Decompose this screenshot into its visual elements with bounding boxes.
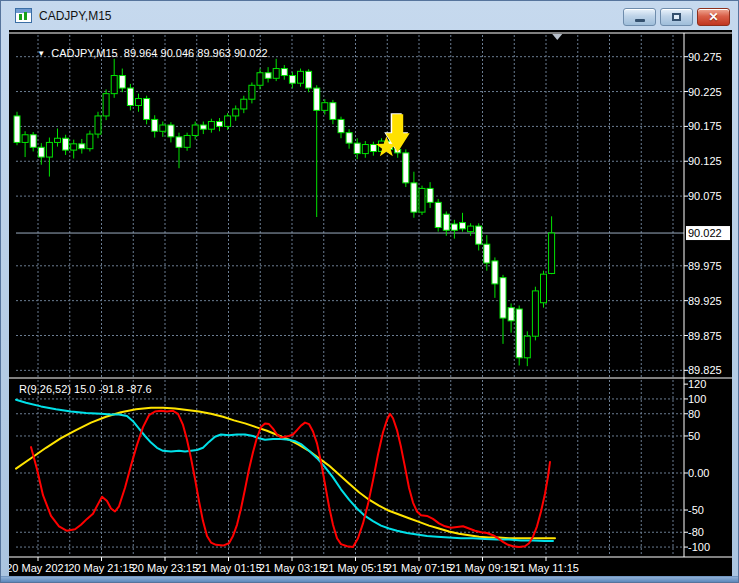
header-low: 89.963 — [197, 47, 231, 59]
candle — [144, 96, 150, 125]
candle — [468, 223, 474, 236]
time-axis-label: 21 May 07:15 — [386, 562, 453, 574]
candle — [241, 96, 247, 113]
price-axis-label: 90.075 — [688, 190, 722, 202]
panel-axis-label: 100 — [688, 393, 706, 405]
candle — [152, 115, 158, 137]
candle — [427, 182, 433, 208]
panel-axis-label: 80 — [688, 408, 700, 420]
panel-axis-label: -100 — [688, 541, 710, 553]
candle — [516, 306, 522, 366]
candle — [257, 69, 263, 90]
candle — [298, 69, 304, 87]
time-axis-label: 21 May 09:15 — [449, 562, 516, 574]
candle — [289, 72, 295, 88]
candle — [508, 303, 514, 332]
candle — [460, 213, 466, 232]
window-title: CADJPY,M15 — [39, 9, 111, 23]
candle — [14, 112, 20, 145]
candle — [192, 122, 198, 140]
restore-button[interactable] — [660, 8, 693, 26]
candle — [249, 82, 255, 103]
candle — [451, 220, 457, 239]
candle — [55, 128, 61, 146]
candle — [443, 211, 449, 235]
candle — [63, 135, 69, 155]
candle — [87, 131, 93, 152]
price-axis-label: 89.875 — [688, 330, 722, 342]
time-axis-label: 21 May 05:15 — [322, 562, 389, 574]
candle — [346, 129, 352, 149]
candle — [314, 85, 320, 217]
header-high: 90.046 — [161, 47, 195, 59]
candle — [30, 132, 36, 152]
candle — [532, 287, 538, 341]
price-axis-label: 89.975 — [688, 260, 722, 272]
candle — [419, 186, 425, 215]
header-symbol: CADJPY,M15 — [51, 47, 117, 59]
panel-axis-label: 120 — [688, 378, 706, 390]
close-button[interactable]: ✕ — [697, 8, 730, 26]
chart-canvas[interactable]: 90.27590.22590.17590.12590.07589.97589.9… — [9, 30, 732, 576]
candle — [208, 119, 214, 133]
chart-window-icon — [15, 8, 32, 23]
symbol-dropdown-icon[interactable]: ▼ — [37, 49, 45, 58]
time-axis-label: 20 May 23:15 — [132, 562, 199, 574]
candle — [176, 133, 182, 169]
time-axis-label: 21 May 01:15 — [195, 562, 262, 574]
candle — [168, 122, 174, 142]
indicator-line-red — [31, 411, 550, 547]
time-axis-label: 20 May 2021 — [9, 562, 70, 574]
candle — [79, 139, 85, 154]
candle — [362, 141, 368, 158]
bar-shift-marker-icon[interactable] — [552, 34, 562, 40]
candle — [403, 149, 409, 187]
price-axis-label: 90.125 — [688, 155, 722, 167]
panel-axis-label: 0.00 — [688, 467, 709, 479]
candle — [549, 216, 555, 274]
candle — [217, 118, 223, 131]
candle — [38, 143, 44, 165]
time-axis-label: 21 May 11:15 — [513, 562, 579, 574]
candle — [95, 112, 101, 138]
candle — [71, 140, 77, 159]
candle — [524, 331, 530, 366]
candle — [119, 69, 125, 93]
candle — [306, 69, 312, 92]
candle — [370, 142, 376, 156]
minimize-icon — [635, 19, 645, 22]
candle — [281, 65, 287, 80]
panel-axis-label: 50 — [688, 430, 700, 442]
chart-client-area[interactable]: 90.27590.22590.17590.12590.07589.97589.9… — [9, 30, 732, 576]
candle — [233, 105, 239, 120]
candle — [411, 172, 417, 218]
time-axis-label: 21 May 03:15 — [259, 562, 326, 574]
candle — [492, 257, 498, 297]
chart-ohlc-header: ▼CADJPY,M15 89.964 90.046 89.963 90.022 — [19, 35, 268, 71]
price-axis-label: 89.925 — [688, 295, 722, 307]
title-bar[interactable]: CADJPY,M15 ✕ — [1, 1, 738, 30]
candle — [435, 199, 441, 232]
close-icon: ✕ — [708, 11, 718, 23]
mt4-chart-window: CADJPY,M15 ✕ 90.27590.22590.17590.12590.… — [0, 0, 739, 583]
candle — [322, 99, 328, 114]
candle — [225, 113, 231, 130]
panel-axis-label: -80 — [688, 526, 704, 538]
price-axis-label: 90.275 — [688, 51, 722, 63]
candle — [46, 138, 52, 177]
time-axis-label: 20 May 21:15 — [68, 562, 135, 574]
panel-axis-label: -50 — [688, 504, 704, 516]
candle — [541, 271, 547, 308]
candle — [184, 133, 190, 151]
restore-icon — [672, 13, 681, 21]
candle — [103, 89, 109, 120]
price-axis-label: 89.825 — [688, 364, 722, 376]
candle — [22, 131, 28, 157]
price-axis-label: 90.225 — [688, 86, 722, 98]
candle — [136, 94, 142, 112]
candle — [338, 117, 344, 139]
candle — [127, 84, 133, 110]
price-axis-label: 90.175 — [688, 120, 722, 132]
header-open: 89.964 — [124, 47, 158, 59]
minimize-button[interactable] — [623, 8, 656, 26]
